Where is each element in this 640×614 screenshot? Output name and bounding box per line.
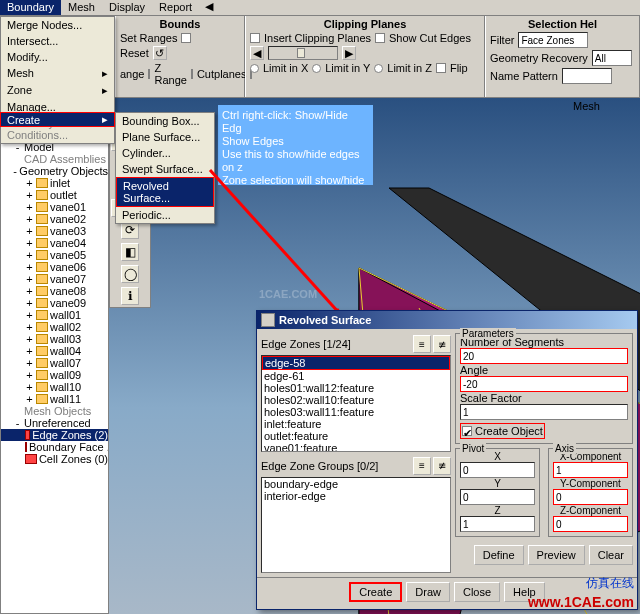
menu-mesh-sub[interactable]: Mesh▸ [1,65,114,82]
preview-button[interactable]: Preview [528,545,585,565]
tree-item[interactable]: +wall02 [1,321,108,333]
list-item[interactable]: interior-edge [262,490,450,502]
clipping-slider[interactable] [268,46,338,60]
submenu-bounding-box[interactable]: Bounding Box... [116,113,214,129]
flip-checkbox[interactable] [436,63,446,73]
menu-report[interactable]: Report [152,0,199,15]
tree-item[interactable]: +wall01 [1,309,108,321]
tree-item[interactable]: +wall07 [1,357,108,369]
zrange-checkbox[interactable] [191,69,193,79]
nseg-input[interactable] [460,348,628,364]
limit-x-radio[interactable] [250,64,259,73]
reset-label: Reset [120,47,149,59]
tree-geom[interactable]: -Geometry Objects [1,165,108,177]
groups-select-all-icon[interactable]: ≡ [413,457,431,475]
tree-item[interactable]: +wall09 [1,369,108,381]
pivot-z-input[interactable] [460,516,535,532]
menubar-chevron-left-icon[interactable]: ◀ [199,0,219,15]
menu-intersect[interactable]: Intersect... [1,33,114,49]
list-item[interactable]: outlet:feature [262,430,450,442]
tree-cell-zones[interactable]: Cell Zones (0) [1,453,108,465]
geometry-recovery-label: Geometry Recovery [490,52,588,64]
pivot-fieldset: Pivot X Y Z [455,448,540,537]
axis-z-input[interactable] [553,516,628,532]
axis-y-input[interactable] [553,489,628,505]
groups-deselect-icon[interactable]: ≢ [433,457,451,475]
tree-item[interactable]: +vane05 [1,249,108,261]
limit-z-radio[interactable] [374,64,383,73]
tree-item[interactable]: +wall04 [1,345,108,357]
menu-merge-nodes[interactable]: Merge Nodes... [1,17,114,33]
menu-mesh[interactable]: Mesh [61,0,102,15]
mesh-axis-label: Mesh [573,100,600,112]
tree-item[interactable]: +vane01 [1,201,108,213]
submenu-plane-surface[interactable]: Plane Surface... [116,129,214,145]
list-item[interactable]: inlet:feature [262,418,450,430]
edge-zones-listbox[interactable]: edge-58edge-61holes01:wall12:featurehole… [261,355,451,452]
parameters-fieldset: Parameters Number of Segments Angle Scal… [455,333,633,444]
name-pattern-input[interactable] [562,68,612,84]
tree-item[interactable]: +vane06 [1,261,108,273]
tree-item[interactable]: +wall10 [1,381,108,393]
list-item[interactable]: holes01:wall12:feature [262,382,450,394]
submenu-cylinder[interactable]: Cylinder... [116,145,214,161]
geometry-recovery-combo[interactable] [592,50,632,66]
set-ranges-checkbox[interactable] [181,33,191,43]
list-item[interactable]: holes02:wall10:feature [262,394,450,406]
tree-item[interactable]: +vane02 [1,213,108,225]
tool-info-icon[interactable]: ℹ [121,287,139,305]
list-item[interactable]: boundary-edge [262,478,450,490]
tree-item[interactable]: +outlet [1,189,108,201]
menu-boundary[interactable]: Boundary [0,0,61,15]
list-deselect-icon[interactable]: ≢ [433,335,451,353]
axis-x-input[interactable] [553,462,628,478]
tree-item[interactable]: +vane07 [1,273,108,285]
tree-edge-zones[interactable]: Edge Zones (2) [1,429,108,441]
tree-item[interactable]: +wall11 [1,393,108,405]
dialog-titlebar[interactable]: Revolved Surface [257,311,637,329]
close-button[interactable]: Close [454,582,500,602]
tree-item[interactable]: +wall03 [1,333,108,345]
slider-right-button[interactable]: ▶ [342,46,356,60]
pivot-y-input[interactable] [460,489,535,505]
create-button[interactable]: Create [349,582,402,602]
axis-y-label: Y-Component [553,478,628,489]
tree-boundary-face[interactable]: Boundary Face ... [1,441,108,453]
show-cut-checkbox[interactable] [375,33,385,43]
pivot-legend: Pivot [460,443,486,454]
list-select-all-icon[interactable]: ≡ [413,335,431,353]
edge-groups-listbox[interactable]: boundary-edgeinterior-edge [261,477,451,574]
list-item[interactable]: holes03:wall11:feature [262,406,450,418]
pivot-x-input[interactable] [460,462,535,478]
list-item[interactable]: vane01:feature [262,442,450,452]
model-tree[interactable]: -sh Generation -Model CAD Assemblies -Ge… [0,128,109,614]
reset-button[interactable]: ↺ [153,46,167,60]
create-object-checkbox[interactable]: ✔ [462,426,472,436]
menu-display[interactable]: Display [102,0,152,15]
draw-button[interactable]: Draw [406,582,450,602]
tree-item[interactable]: +inlet [1,177,108,189]
tree-item[interactable]: +vane09 [1,297,108,309]
clear-button[interactable]: Clear [589,545,633,565]
tool-cube-icon[interactable]: ◧ [121,243,139,261]
menu-zone-sub[interactable]: Zone▸ [1,82,114,99]
tree-item[interactable]: +vane08 [1,285,108,297]
scale-input[interactable] [460,404,628,420]
angle-input[interactable] [460,376,628,392]
tree-unref[interactable]: -Unreferenced [1,417,108,429]
list-item[interactable]: edge-58 [262,356,450,370]
insert-clipping-checkbox[interactable] [250,33,260,43]
menu-modify[interactable]: Modify... [1,49,114,65]
ange-checkbox[interactable] [148,69,150,79]
watermark-text: 仿真在线 [586,575,634,592]
define-button[interactable]: Define [474,545,524,565]
limit-y-radio[interactable] [312,64,321,73]
list-item[interactable]: edge-61 [262,370,450,382]
slider-left-button[interactable]: ◀ [250,46,264,60]
filter-combo[interactable] [518,32,588,48]
tree-item[interactable]: +vane03 [1,225,108,237]
tool-lasso-icon[interactable]: ◯ [121,265,139,283]
tree-item[interactable]: +vane04 [1,237,108,249]
menu-create[interactable]: Create▸ [0,112,115,127]
tree-meshobj: Mesh Objects [1,405,108,417]
